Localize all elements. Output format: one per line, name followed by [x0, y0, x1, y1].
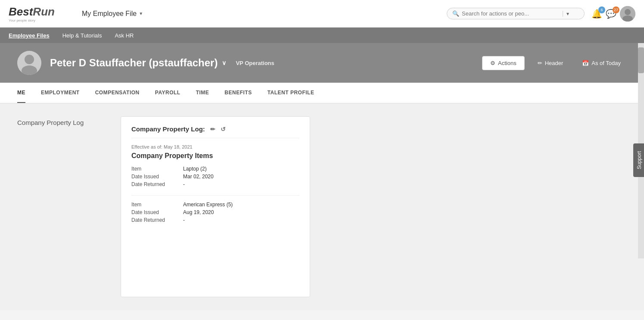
- item-row-1: Item Laptop (2): [131, 166, 299, 172]
- employee-name-block: Peter D Stauffacher (pstauffacher) ∨ VP …: [50, 57, 274, 69]
- logo-tagline: Your people story: [9, 19, 69, 22]
- top-navigation: BestRun Your people story My Employee Fi…: [0, 0, 644, 28]
- section-label: Company Property Log: [17, 116, 103, 297]
- subnav-help-tutorials[interactable]: Help & Tutorials: [62, 32, 102, 39]
- tab-employment[interactable]: EMPLOYMENT: [41, 83, 80, 103]
- date-issued-row-2: Date Issued Aug 19, 2020: [131, 209, 299, 215]
- main-content: Company Property Log Company Property Lo…: [0, 103, 644, 310]
- tab-benefits[interactable]: BENEFITS: [224, 83, 252, 103]
- app-title-chevron-icon: ▼: [139, 11, 143, 16]
- employee-avatar: [17, 51, 41, 75]
- employee-header: Peter D Stauffacher (pstauffacher) ∨ VP …: [0, 43, 644, 83]
- date-issued-label-2: Date Issued: [131, 209, 183, 215]
- property-item-1: Item Laptop (2) Date Issued Mar 02, 2020…: [131, 166, 299, 187]
- scrollbar-thumb[interactable]: [638, 47, 644, 73]
- subnav-ask-hr[interactable]: Ask HR: [115, 32, 134, 39]
- date-returned-row-2: Date Returned -: [131, 217, 299, 223]
- employee-name-chevron-icon[interactable]: ∨: [222, 59, 226, 66]
- search-input[interactable]: [462, 10, 561, 17]
- search-bar: 🔍 ▾: [447, 8, 585, 19]
- app-title-button[interactable]: My Employee File ▼: [82, 10, 143, 18]
- app-title-label: My Employee File: [82, 10, 137, 18]
- sub-navigation: Employee Files Help & Tutorials Ask HR: [0, 28, 644, 43]
- tab-compensation[interactable]: COMPENSATION: [95, 83, 140, 103]
- item-value-2: American Express (5): [183, 202, 233, 208]
- notification-badge: 6: [598, 6, 605, 13]
- date-returned-label-1: Date Returned: [131, 181, 183, 187]
- tabs-bar: ME EMPLOYMENT COMPENSATION PAYROLL TIME …: [0, 83, 644, 103]
- tab-payroll[interactable]: PAYROLL: [155, 83, 180, 103]
- top-icons: 🔔 6 💬 27: [591, 6, 635, 22]
- date-returned-label-2: Date Returned: [131, 217, 183, 223]
- company-property-card: Company Property Log: ✏ ↺ Effective as o…: [121, 116, 310, 297]
- item-label-2: Item: [131, 202, 183, 208]
- date-issued-value-1: Mar 02, 2020: [183, 174, 214, 180]
- as-of-today-button[interactable]: 📅 As of Today: [576, 56, 627, 70]
- subnav-employee-files[interactable]: Employee Files: [9, 32, 50, 39]
- card-edit-icon[interactable]: ✏: [210, 126, 215, 133]
- tab-time[interactable]: TIME: [196, 83, 209, 103]
- card-header: Company Property Log: ✏ ↺: [131, 125, 299, 138]
- employee-header-actions: ⚙ Actions ✏ Header 📅 As of Today: [482, 56, 627, 70]
- pencil-icon: ✏: [538, 60, 542, 66]
- svg-point-4: [25, 55, 34, 64]
- card-refresh-icon[interactable]: ↺: [221, 126, 226, 133]
- date-returned-row-1: Date Returned -: [131, 181, 299, 187]
- search-dropdown-button[interactable]: ▾: [563, 11, 569, 17]
- tab-me[interactable]: ME: [17, 83, 25, 103]
- date-returned-value-1: -: [183, 181, 185, 187]
- actions-button[interactable]: ⚙ Actions: [482, 56, 525, 70]
- employee-name: Peter D Stauffacher (pstauffacher) ∨ VP …: [50, 57, 274, 69]
- item-divider: [131, 195, 299, 196]
- support-tab[interactable]: Support: [633, 143, 644, 177]
- svg-point-1: [625, 9, 631, 15]
- date-returned-value-2: -: [183, 217, 185, 223]
- item-value-1: Laptop (2): [183, 166, 207, 172]
- user-avatar[interactable]: [620, 6, 635, 22]
- search-icon: 🔍: [452, 10, 459, 17]
- date-issued-value-2: Aug 19, 2020: [183, 209, 214, 215]
- notifications-button[interactable]: 🔔 6: [591, 9, 602, 19]
- calendar-icon: 📅: [582, 60, 589, 66]
- item-row-2: Item American Express (5): [131, 202, 299, 208]
- date-issued-row-1: Date Issued Mar 02, 2020: [131, 174, 299, 180]
- effective-date: Effective as of: May 18, 2021: [131, 144, 299, 149]
- card-title: Company Property Log:: [131, 125, 205, 133]
- date-issued-label-1: Date Issued: [131, 174, 183, 180]
- item-label-1: Item: [131, 166, 183, 172]
- employee-title: VP Operations: [236, 60, 274, 66]
- messages-button[interactable]: 💬 27: [606, 9, 616, 19]
- actions-icon: ⚙: [490, 60, 495, 66]
- property-item-2: Item American Express (5) Date Issued Au…: [131, 202, 299, 223]
- message-badge: 27: [613, 6, 619, 13]
- header-button[interactable]: ✏ Header: [532, 56, 569, 70]
- logo: BestRun Your people story: [9, 5, 69, 22]
- property-section-title: Company Property Items: [131, 152, 299, 160]
- tab-talent-profile[interactable]: TALENT PROFILE: [268, 83, 314, 103]
